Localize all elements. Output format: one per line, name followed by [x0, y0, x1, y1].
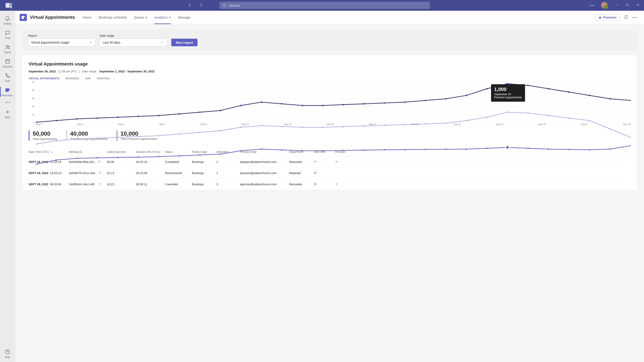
cell-status: Cancelled [165, 183, 192, 186]
svg-point-68 [568, 117, 570, 119]
svg-point-20 [199, 111, 200, 113]
svg-rect-103 [99, 161, 100, 162]
more-button[interactable] [632, 17, 637, 18]
tab-manage[interactable]: Manage [174, 11, 194, 24]
svg-point-63 [466, 120, 467, 121]
forward-button[interactable] [198, 2, 204, 8]
svg-point-31 [425, 100, 426, 101]
cell-email: ajarman@adatumhome.com [240, 183, 289, 186]
tooltip-date: September 24 [494, 93, 522, 96]
search-icon [223, 3, 227, 7]
tab-queue[interactable]: Queue◆ [130, 11, 151, 24]
app-title: Virtual Appointments [30, 15, 75, 20]
svg-point-81 [220, 153, 221, 155]
rail-calendar[interactable]: Calendar [0, 57, 15, 70]
cell-lobby: 10:23 [107, 183, 136, 186]
tooltip-value: 1,000 [494, 86, 522, 92]
report-select[interactable]: Virtual Appointments usage [28, 39, 95, 46]
svg-point-15 [96, 117, 98, 119]
subtab-ehr[interactable]: EHR [85, 77, 90, 80]
copy-icon[interactable] [98, 182, 101, 186]
copy-icon[interactable] [98, 171, 102, 175]
usage-chart[interactable]: 01k2k3k4k5k Sept 1Sept 3Sept 5Sept 7Sept… [28, 82, 630, 127]
rail-calls-label: Calls [5, 79, 10, 82]
svg-point-29 [384, 102, 385, 104]
svg-point-23 [261, 101, 262, 103]
svg-point-8 [8, 89, 10, 90]
svg-point-102 [506, 145, 509, 149]
run-report-button[interactable]: Run report [171, 39, 198, 46]
close-button[interactable] [636, 3, 640, 8]
svg-rect-3 [626, 4, 628, 6]
svg-point-27 [343, 104, 344, 105]
svg-point-42 [36, 143, 36, 145]
svg-point-91 [425, 149, 426, 150]
rail-calls[interactable]: Calls [0, 71, 15, 84]
svg-point-24 [281, 103, 283, 105]
subtab-duration[interactable]: DURATION [97, 77, 110, 80]
report-asof-date: September 30, 2022 [28, 70, 56, 73]
svg-rect-106 [99, 172, 100, 173]
maximize-button[interactable] [625, 3, 629, 8]
rail-chat[interactable]: Chat [0, 28, 15, 41]
svg-point-99 [589, 149, 590, 151]
rail-calendar-label: Calendar [2, 65, 12, 68]
rail-help[interactable]: Help [0, 347, 15, 360]
back-button[interactable] [188, 2, 192, 8]
svg-point-65 [507, 111, 508, 113]
svg-point-84 [281, 149, 283, 151]
premium-diamond-icon: ◆ [169, 16, 171, 19]
svg-point-78 [158, 156, 160, 158]
table-row[interactable]: SEPT 29, 2022 14:53:14a3838078-d21x-44d.… [28, 168, 630, 179]
svg-point-79 [179, 155, 180, 157]
cell-product: Bookings [192, 171, 216, 175]
subtab-virtual-appointments[interactable]: VIRTUAL APPOINTMENTS [28, 77, 60, 80]
rail-virtual-appointments[interactable]: Virtual App... [0, 85, 15, 98]
tab-analytics[interactable]: Analytics◆ [151, 11, 174, 24]
svg-point-85 [302, 150, 303, 151]
rail-more-button[interactable] [5, 102, 10, 103]
svg-point-13 [56, 120, 57, 121]
cell-start-time: SEPT 28, 2022 08:20:00 [28, 183, 69, 186]
tab-analytics-label: Analytics [154, 15, 168, 19]
rail-teams[interactable]: Teams [0, 42, 15, 55]
refresh-button[interactable] [624, 15, 628, 20]
svg-point-50 [199, 132, 200, 133]
tab-bookings-schedule[interactable]: Bookings schedule [95, 11, 130, 24]
svg-rect-105 [100, 172, 101, 174]
cell-duration: 00:15:08 [136, 171, 165, 175]
svg-point-41 [630, 100, 630, 101]
svg-point-47 [138, 136, 139, 137]
chevron-down-icon [89, 41, 92, 44]
cell-premium [335, 182, 350, 186]
cell-product: Bookings [192, 183, 216, 186]
cell-start-time: SEPT 29, 2022 14:53:14 [28, 171, 69, 175]
premium-diamond-icon: ◆ [145, 16, 147, 19]
svg-point-66 [527, 112, 529, 114]
svg-point-48 [158, 135, 160, 137]
tab-manage-label: Manage [178, 15, 190, 19]
minimize-button[interactable] [614, 3, 618, 8]
search-input[interactable]: Search [220, 2, 430, 9]
premium-button-label: Premium [603, 16, 616, 19]
table-row[interactable]: SEPT 28, 2022 08:20:001b485cb4-18e2-49f.… [28, 179, 630, 190]
tooltip-series: Premium Appointments [494, 96, 522, 99]
date-range-select[interactable]: Last 30 days [100, 39, 167, 46]
premium-button[interactable]: ◆ Premium [596, 14, 620, 21]
svg-point-46 [117, 137, 119, 138]
svg-rect-109 [98, 183, 100, 184]
svg-point-96 [527, 147, 529, 149]
rail-apps[interactable]: Apps [0, 107, 15, 120]
report-card: Virtual Appointments usage September 30,… [22, 55, 637, 190]
svg-point-101 [630, 145, 630, 147]
subtab-bookings[interactable]: BOOKINGS [66, 77, 79, 80]
rail-activity[interactable]: Activity [0, 14, 15, 27]
svg-point-18 [158, 115, 160, 116]
svg-point-26 [322, 105, 324, 106]
user-avatar[interactable] [601, 2, 608, 9]
settings-more-button[interactable] [590, 5, 594, 6]
svg-point-77 [138, 156, 139, 158]
svg-point-89 [384, 149, 385, 151]
svg-rect-0 [6, 3, 10, 8]
tab-home[interactable]: Home [79, 11, 95, 24]
